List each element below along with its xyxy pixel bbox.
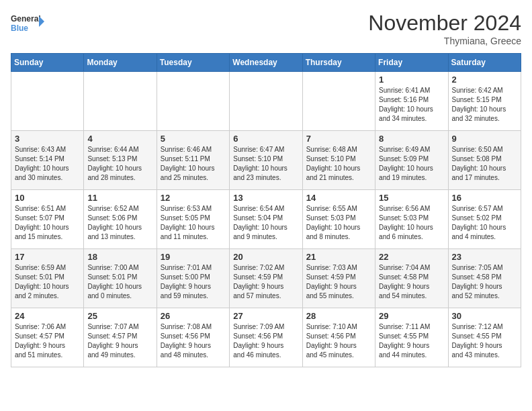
day-number: 21	[306, 252, 371, 262]
day-info: Sunrise: 6:42 AM Sunset: 5:15 PM Dayligh…	[452, 86, 517, 124]
day-number: 8	[379, 134, 444, 144]
day-number: 10	[15, 193, 80, 203]
day-info: Sunrise: 6:47 AM Sunset: 5:10 PM Dayligh…	[233, 145, 298, 183]
day-number: 19	[161, 252, 226, 262]
day-info: Sunrise: 7:00 AM Sunset: 5:01 PM Dayligh…	[87, 263, 152, 301]
day-info: Sunrise: 6:59 AM Sunset: 5:01 PM Dayligh…	[15, 263, 80, 301]
day-number: 17	[15, 252, 80, 262]
day-info: Sunrise: 6:55 AM Sunset: 5:03 PM Dayligh…	[306, 204, 371, 242]
weekday-header-wednesday: Wednesday	[230, 54, 302, 72]
calendar-cell: 7Sunrise: 6:48 AM Sunset: 5:10 PM Daylig…	[302, 131, 375, 190]
calendar-cell	[302, 72, 375, 131]
day-number: 9	[452, 134, 517, 144]
day-info: Sunrise: 7:09 AM Sunset: 4:56 PM Dayligh…	[233, 322, 298, 360]
calendar-cell: 5Sunrise: 6:46 AM Sunset: 5:11 PM Daylig…	[157, 131, 229, 190]
day-info: Sunrise: 7:07 AM Sunset: 4:57 PM Dayligh…	[87, 322, 152, 360]
calendar-cell: 26Sunrise: 7:08 AM Sunset: 4:56 PM Dayli…	[157, 308, 229, 367]
svg-text:Blue: Blue	[11, 24, 28, 33]
day-number: 20	[233, 252, 298, 262]
calendar-cell	[157, 72, 229, 131]
calendar-week-1: 1Sunrise: 6:41 AM Sunset: 5:16 PM Daylig…	[11, 72, 521, 131]
day-info: Sunrise: 6:53 AM Sunset: 5:05 PM Dayligh…	[161, 204, 226, 242]
day-number: 5	[161, 134, 226, 144]
calendar-table: SundayMondayTuesdayWednesdayThursdayFrid…	[11, 53, 521, 367]
month-title: November 2024	[368, 11, 521, 36]
calendar-cell: 13Sunrise: 6:54 AM Sunset: 5:04 PM Dayli…	[230, 190, 302, 249]
day-info: Sunrise: 7:02 AM Sunset: 4:59 PM Dayligh…	[233, 263, 298, 301]
calendar-week-4: 17Sunrise: 6:59 AM Sunset: 5:01 PM Dayli…	[11, 249, 521, 308]
day-number: 4	[87, 134, 152, 144]
calendar-cell: 6Sunrise: 6:47 AM Sunset: 5:10 PM Daylig…	[230, 131, 302, 190]
logo-icon: General Blue	[11, 11, 46, 38]
day-number: 1	[379, 75, 444, 85]
day-info: Sunrise: 7:05 AM Sunset: 4:58 PM Dayligh…	[452, 263, 517, 301]
calendar-cell: 14Sunrise: 6:55 AM Sunset: 5:03 PM Dayli…	[302, 190, 375, 249]
calendar-cell: 24Sunrise: 7:06 AM Sunset: 4:57 PM Dayli…	[11, 308, 84, 367]
calendar-cell: 23Sunrise: 7:05 AM Sunset: 4:58 PM Dayli…	[448, 249, 521, 308]
day-number: 23	[452, 252, 517, 262]
calendar-cell	[11, 72, 84, 131]
day-info: Sunrise: 7:06 AM Sunset: 4:57 PM Dayligh…	[15, 322, 80, 360]
day-number: 2	[452, 75, 517, 85]
day-info: Sunrise: 7:01 AM Sunset: 5:00 PM Dayligh…	[161, 263, 226, 301]
calendar-cell: 21Sunrise: 7:03 AM Sunset: 4:59 PM Dayli…	[302, 249, 375, 308]
day-number: 26	[161, 311, 226, 321]
calendar-cell: 15Sunrise: 6:56 AM Sunset: 5:03 PM Dayli…	[375, 190, 448, 249]
day-info: Sunrise: 6:57 AM Sunset: 5:02 PM Dayligh…	[452, 204, 517, 242]
day-info: Sunrise: 7:11 AM Sunset: 4:55 PM Dayligh…	[379, 322, 444, 360]
calendar-cell: 12Sunrise: 6:53 AM Sunset: 5:05 PM Dayli…	[157, 190, 229, 249]
calendar-cell: 18Sunrise: 7:00 AM Sunset: 5:01 PM Dayli…	[84, 249, 157, 308]
logo: General Blue	[11, 11, 46, 38]
calendar-cell: 28Sunrise: 7:10 AM Sunset: 4:56 PM Dayli…	[302, 308, 375, 367]
day-info: Sunrise: 7:04 AM Sunset: 4:58 PM Dayligh…	[379, 263, 444, 301]
page-header: General Blue November 2024 Thymiana, Gre…	[11, 11, 521, 46]
day-number: 16	[452, 193, 517, 203]
weekday-header-sunday: Sunday	[11, 54, 84, 72]
day-number: 15	[379, 193, 444, 203]
calendar-header-row: SundayMondayTuesdayWednesdayThursdayFrid…	[11, 54, 521, 72]
weekday-header-friday: Friday	[375, 54, 448, 72]
calendar-cell: 4Sunrise: 6:44 AM Sunset: 5:13 PM Daylig…	[84, 131, 157, 190]
calendar-cell: 17Sunrise: 6:59 AM Sunset: 5:01 PM Dayli…	[11, 249, 84, 308]
location: Thymiana, Greece	[368, 36, 521, 46]
day-info: Sunrise: 7:03 AM Sunset: 4:59 PM Dayligh…	[306, 263, 371, 301]
calendar-cell: 9Sunrise: 6:50 AM Sunset: 5:08 PM Daylig…	[448, 131, 521, 190]
day-number: 27	[233, 311, 298, 321]
day-info: Sunrise: 6:54 AM Sunset: 5:04 PM Dayligh…	[233, 204, 298, 242]
calendar-cell: 30Sunrise: 7:12 AM Sunset: 4:55 PM Dayli…	[448, 308, 521, 367]
day-number: 7	[306, 134, 371, 144]
day-info: Sunrise: 6:52 AM Sunset: 5:06 PM Dayligh…	[87, 204, 152, 242]
day-number: 6	[233, 134, 298, 144]
day-number: 12	[161, 193, 226, 203]
calendar-cell: 10Sunrise: 6:51 AM Sunset: 5:07 PM Dayli…	[11, 190, 84, 249]
day-number: 24	[15, 311, 80, 321]
weekday-header-saturday: Saturday	[448, 54, 521, 72]
day-info: Sunrise: 6:48 AM Sunset: 5:10 PM Dayligh…	[306, 145, 371, 183]
calendar-week-5: 24Sunrise: 7:06 AM Sunset: 4:57 PM Dayli…	[11, 308, 521, 367]
calendar-cell: 22Sunrise: 7:04 AM Sunset: 4:58 PM Dayli…	[375, 249, 448, 308]
calendar-cell: 29Sunrise: 7:11 AM Sunset: 4:55 PM Dayli…	[375, 308, 448, 367]
calendar-cell: 8Sunrise: 6:49 AM Sunset: 5:09 PM Daylig…	[375, 131, 448, 190]
calendar-cell: 27Sunrise: 7:09 AM Sunset: 4:56 PM Dayli…	[230, 308, 302, 367]
day-number: 28	[306, 311, 371, 321]
svg-marker-2	[39, 16, 44, 27]
day-info: Sunrise: 6:51 AM Sunset: 5:07 PM Dayligh…	[15, 204, 80, 242]
calendar-body: 1Sunrise: 6:41 AM Sunset: 5:16 PM Daylig…	[11, 72, 521, 367]
calendar-cell: 25Sunrise: 7:07 AM Sunset: 4:57 PM Dayli…	[84, 308, 157, 367]
day-info: Sunrise: 6:50 AM Sunset: 5:08 PM Dayligh…	[452, 145, 517, 183]
day-info: Sunrise: 7:10 AM Sunset: 4:56 PM Dayligh…	[306, 322, 371, 360]
day-info: Sunrise: 7:08 AM Sunset: 4:56 PM Dayligh…	[161, 322, 226, 360]
day-number: 22	[379, 252, 444, 262]
calendar-cell	[84, 72, 157, 131]
day-number: 18	[87, 252, 152, 262]
title-area: November 2024 Thymiana, Greece	[368, 11, 521, 46]
day-number: 25	[87, 311, 152, 321]
calendar-cell: 11Sunrise: 6:52 AM Sunset: 5:06 PM Dayli…	[84, 190, 157, 249]
calendar-cell: 20Sunrise: 7:02 AM Sunset: 4:59 PM Dayli…	[230, 249, 302, 308]
day-number: 30	[452, 311, 517, 321]
weekday-header-monday: Monday	[84, 54, 157, 72]
day-info: Sunrise: 6:56 AM Sunset: 5:03 PM Dayligh…	[379, 204, 444, 242]
calendar-cell: 3Sunrise: 6:43 AM Sunset: 5:14 PM Daylig…	[11, 131, 84, 190]
calendar-cell: 1Sunrise: 6:41 AM Sunset: 5:16 PM Daylig…	[375, 72, 448, 131]
day-info: Sunrise: 6:46 AM Sunset: 5:11 PM Dayligh…	[161, 145, 226, 183]
